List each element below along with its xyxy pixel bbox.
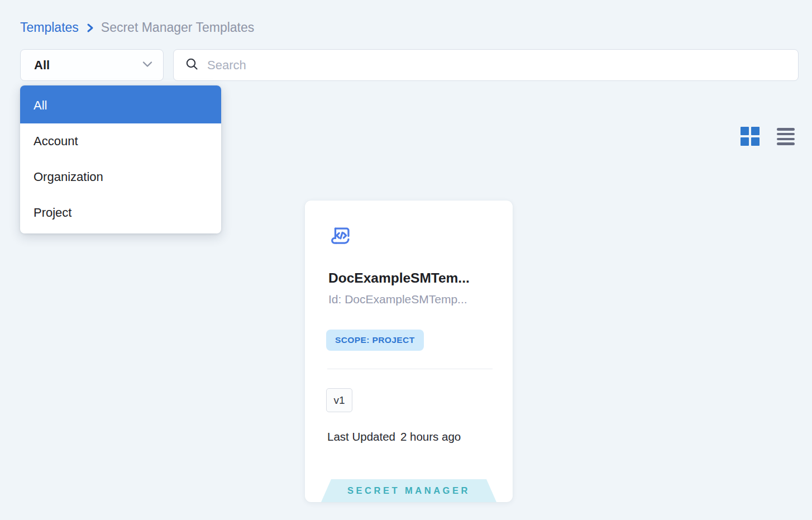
- chevron-down-icon: [142, 60, 153, 70]
- breadcrumb: Templates Secret Manager Templates: [20, 20, 254, 35]
- breadcrumb-current-page: Secret Manager Templates: [101, 20, 254, 35]
- secret-manager-banner: SECRET MANAGER: [321, 479, 496, 502]
- scope-filter-select[interactable]: All: [20, 49, 164, 81]
- scope-menu-item-project[interactable]: Project: [20, 195, 221, 231]
- breadcrumb-templates-link[interactable]: Templates: [20, 20, 79, 35]
- scope-badge: SCOPE: PROJECT: [326, 330, 424, 351]
- template-card[interactable]: DocExampleSMTem... Id: DocExampleSMTemp.…: [305, 201, 513, 502]
- list-icon: [777, 128, 795, 145]
- scope-filter-value: All: [34, 58, 50, 73]
- scope-menu-item-all[interactable]: All: [20, 85, 221, 123]
- scope-menu-item-account[interactable]: Account: [20, 123, 221, 159]
- search-bar: [173, 49, 799, 81]
- template-card-id: Id: DocExampleSMTemp...: [328, 293, 494, 306]
- version-chip: v1: [326, 388, 352, 412]
- last-updated-value: 2 hours ago: [400, 430, 461, 443]
- grid-icon: [741, 127, 760, 146]
- script-code-icon: [328, 224, 354, 250]
- chevron-right-icon: [85, 22, 94, 34]
- list-view-button[interactable]: [777, 128, 795, 145]
- template-card-title: DocExampleSMTem...: [328, 270, 494, 286]
- last-updated: Last Updated 2 hours ago: [327, 430, 461, 443]
- card-divider: [327, 369, 493, 369]
- search-input[interactable]: [207, 58, 789, 73]
- search-icon: [185, 57, 199, 74]
- last-updated-label: Last Updated: [327, 430, 395, 443]
- grid-view-button[interactable]: [741, 127, 760, 146]
- scope-filter-menu: All Account Organization Project: [20, 85, 221, 233]
- scope-menu-item-organization[interactable]: Organization: [20, 159, 221, 195]
- view-toggle-group: [741, 125, 796, 147]
